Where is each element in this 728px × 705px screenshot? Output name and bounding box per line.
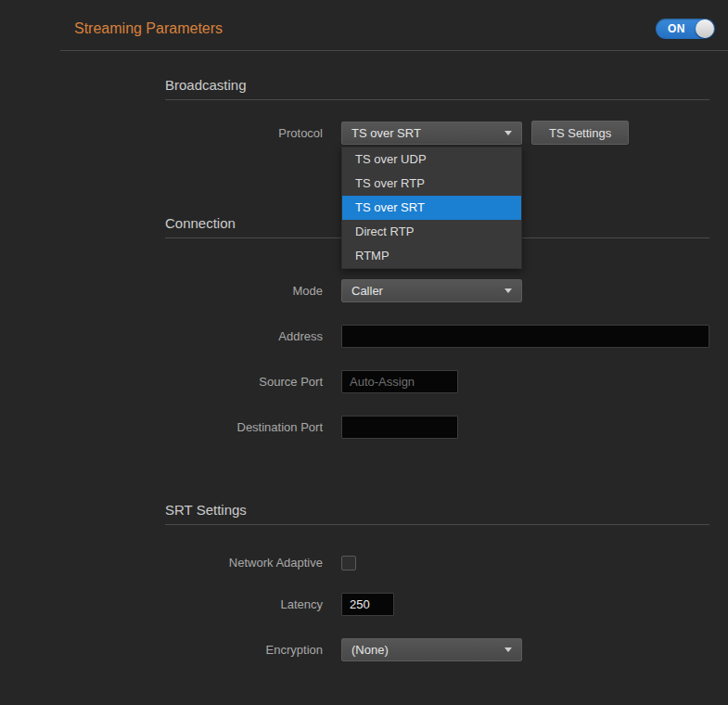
encryption-select[interactable]: (None) — [341, 638, 522, 661]
source-port-input[interactable] — [341, 370, 458, 393]
page-header: Streaming Parameters ON — [60, 19, 728, 39]
chevron-down-icon — [504, 131, 512, 135]
protocol-select[interactable]: TS over SRT — [341, 122, 522, 145]
destination-port-label: Destination Port — [60, 416, 341, 439]
dropdown-option-ts-over-srt[interactable]: TS over SRT — [342, 196, 521, 220]
source-port-row: Source Port — [60, 370, 728, 393]
encryption-row: Encryption (None) — [60, 638, 728, 661]
dropdown-option-direct-rtp[interactable]: Direct RTP — [342, 220, 521, 244]
chevron-down-icon — [504, 288, 512, 293]
protocol-select-value: TS over SRT — [351, 126, 421, 140]
toggle-knob[interactable] — [696, 19, 714, 38]
address-row: Address — [60, 325, 728, 348]
dropdown-option-ts-over-rtp[interactable]: TS over RTP — [342, 172, 521, 196]
ts-settings-button[interactable]: TS Settings — [531, 121, 629, 145]
mode-select-wrap: Caller — [341, 279, 522, 302]
srt-settings-section-header: SRT Settings — [165, 502, 709, 525]
destination-port-input[interactable] — [341, 416, 458, 439]
network-adaptive-row: Network Adaptive — [60, 551, 728, 574]
chevron-down-icon — [504, 647, 512, 652]
dropdown-option-rtmp[interactable]: RTMP — [342, 244, 521, 268]
encryption-select-wrap: (None) — [341, 638, 522, 661]
latency-input[interactable] — [341, 593, 394, 616]
latency-row: Latency — [60, 593, 728, 616]
network-adaptive-checkbox[interactable] — [341, 556, 356, 570]
streaming-enable-toggle[interactable]: ON — [656, 19, 715, 39]
header-divider — [60, 50, 728, 51]
destination-port-row: Destination Port — [60, 416, 728, 439]
dropdown-option-ts-over-udp[interactable]: TS over UDP — [342, 147, 521, 172]
protocol-select-wrap: TS over SRT TS over UDP TS over RTP TS o… — [341, 122, 522, 145]
network-adaptive-label: Network Adaptive — [60, 551, 341, 574]
encryption-label: Encryption — [60, 638, 341, 661]
toggle-on-label: ON — [668, 22, 685, 35]
mode-select[interactable]: Caller — [341, 279, 522, 302]
streaming-parameters-page: Streaming Parameters ON Broadcasting Pro… — [0, 0, 728, 705]
protocol-row: Protocol TS over SRT TS over UDP TS over… — [60, 121, 728, 145]
encryption-select-value: (None) — [351, 643, 389, 657]
mode-select-value: Caller — [351, 284, 383, 298]
page-title: Streaming Parameters — [74, 20, 223, 37]
protocol-label: Protocol — [60, 122, 341, 145]
source-port-label: Source Port — [60, 370, 341, 393]
broadcasting-section-header: Broadcasting — [165, 77, 709, 100]
address-input[interactable] — [341, 325, 709, 348]
mode-row: Mode Caller — [60, 279, 728, 302]
protocol-dropdown-menu: TS over UDP TS over RTP TS over SRT Dire… — [341, 147, 522, 269]
mode-label: Mode — [60, 279, 341, 302]
address-label: Address — [60, 325, 341, 348]
latency-label: Latency — [60, 593, 341, 616]
